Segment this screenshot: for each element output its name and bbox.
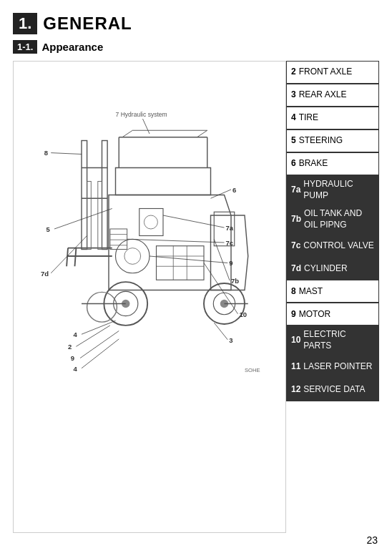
item-number-10: 10 bbox=[291, 335, 300, 346]
sidebar-item-7d[interactable]: 7d CYLINDER bbox=[286, 257, 379, 280]
sidebar-item-9[interactable]: 9 MOTOR bbox=[286, 303, 379, 326]
diagram-area: 7 Hydraulic system bbox=[13, 61, 286, 533]
title-number: 1. bbox=[13, 13, 37, 34]
item-label-8: MAST bbox=[299, 286, 323, 298]
callout-2: 2 bbox=[68, 343, 72, 351]
svg-rect-15 bbox=[157, 246, 205, 280]
callout-6: 6 bbox=[232, 186, 236, 194]
svg-point-30 bbox=[87, 292, 117, 322]
item-number-7c: 7c bbox=[291, 240, 300, 252]
item-number-6: 6 bbox=[291, 158, 296, 170]
sub-number: 1-1. bbox=[13, 40, 37, 54]
sidebar-item-3[interactable]: 3 REAR AXLE bbox=[286, 84, 379, 107]
callout-7c: 7c bbox=[225, 239, 233, 247]
sidebar-item-7a[interactable]: 7a HYDRAULIC PUMP bbox=[286, 175, 379, 205]
sidebar-item-12[interactable]: 12 SERVICE DATA bbox=[286, 378, 379, 401]
svg-line-0 bbox=[143, 119, 150, 134]
svg-line-52 bbox=[214, 323, 227, 340]
item-label-10: ELECTRIC PARTS bbox=[303, 329, 374, 351]
sidebar-item-7b[interactable]: 7b OIL TANK AND OIL PIPNG bbox=[286, 205, 379, 234]
svg-rect-34 bbox=[98, 182, 102, 250]
item-number-12: 12 bbox=[291, 384, 300, 396]
svg-line-53 bbox=[82, 339, 119, 368]
content-area: 7 Hydraulic system bbox=[13, 61, 379, 533]
sub-title-text: Appearance bbox=[41, 41, 103, 53]
svg-line-5 bbox=[67, 248, 68, 267]
svg-line-48 bbox=[82, 320, 116, 334]
item-label-9: MOTOR bbox=[299, 309, 330, 320]
callout-10: 10 bbox=[239, 310, 247, 318]
callout-7b: 7b bbox=[231, 277, 239, 285]
svg-rect-33 bbox=[87, 182, 92, 250]
item-label-5: STEERING bbox=[299, 135, 343, 147]
callout-7d: 7d bbox=[41, 270, 49, 278]
item-number-7d: 7d bbox=[291, 263, 301, 275]
callout-9b: 9 bbox=[71, 354, 74, 362]
svg-point-23 bbox=[144, 215, 157, 229]
item-number-8: 8 bbox=[291, 286, 296, 298]
item-number-5: 5 bbox=[291, 135, 296, 147]
sidebar-item-2[interactable]: 2 FRONT AXLE bbox=[286, 61, 379, 84]
svg-line-41 bbox=[54, 209, 112, 230]
item-label-7d: CYLINDER bbox=[304, 263, 348, 275]
item-label-7c: CONTROL VALVE bbox=[303, 240, 373, 252]
forklift-diagram: 7 Hydraulic system bbox=[14, 62, 285, 532]
item-number-3: 3 bbox=[291, 89, 296, 101]
svg-line-44 bbox=[163, 215, 225, 227]
sidebar: 2 FRONT AXLE 3 REAR AXLE 4 TIRE 5 STEERI… bbox=[286, 61, 379, 533]
svg-rect-1 bbox=[82, 141, 87, 250]
sidebar-item-7c[interactable]: 7c CONTROL VALVE bbox=[286, 234, 379, 257]
sidebar-item-8[interactable]: 8 MAST bbox=[286, 280, 379, 303]
sidebar-item-5[interactable]: 5 STEERING bbox=[286, 129, 379, 152]
item-number-2: 2 bbox=[291, 67, 296, 78]
sidebar-item-6[interactable]: 6 BRAKE bbox=[286, 152, 379, 175]
item-number-11: 11 bbox=[291, 361, 300, 373]
item-number-7b: 7b bbox=[291, 214, 301, 225]
item-number-4: 4 bbox=[291, 112, 296, 124]
sidebar-item-10[interactable]: 10 ELECTRIC PARTS bbox=[286, 326, 379, 355]
item-number-9: 9 bbox=[291, 309, 296, 320]
callout-5: 5 bbox=[46, 225, 51, 233]
svg-line-50 bbox=[204, 263, 238, 314]
forklift-mast bbox=[67, 141, 112, 267]
sidebar-item-11[interactable]: 11 LASER POINTER bbox=[286, 356, 379, 378]
sidebar-item-4[interactable]: 4 TIRE bbox=[286, 107, 379, 129]
sub-title-area: 1-1. Appearance bbox=[13, 40, 379, 54]
diagram-ref: SOHE bbox=[245, 367, 260, 373]
forklift-body bbox=[109, 130, 248, 290]
svg-rect-22 bbox=[139, 209, 163, 236]
svg-line-49 bbox=[76, 326, 109, 346]
svg-line-6 bbox=[75, 248, 77, 267]
callout-4b: 4 bbox=[74, 365, 78, 373]
item-number-7a: 7a bbox=[291, 185, 300, 196]
item-label-7b: OIL TANK AND OIL PIPNG bbox=[304, 208, 374, 230]
item-label-12: SERVICE DATA bbox=[303, 384, 365, 396]
item-label-2: FRONT AXLE bbox=[299, 67, 352, 78]
page-container: 1. GENERAL 1-1. Appearance 7 Hydraulic s… bbox=[0, 0, 392, 553]
page-number: 23 bbox=[366, 534, 378, 546]
callout-9: 9 bbox=[229, 259, 232, 267]
item-label-4: TIRE bbox=[299, 112, 318, 124]
item-label-11: LASER POINTER bbox=[303, 361, 372, 373]
svg-line-46 bbox=[51, 236, 87, 273]
callout-3: 3 bbox=[229, 336, 232, 344]
callout-7a: 7a bbox=[225, 224, 233, 232]
item-label-6: BRAKE bbox=[299, 158, 328, 170]
svg-line-42 bbox=[211, 190, 232, 198]
svg-line-40 bbox=[51, 153, 82, 155]
item-label-7a: HYDRAULIC PUMP bbox=[303, 179, 374, 201]
svg-line-13 bbox=[197, 130, 207, 137]
hydraulic-note: 7 Hydraulic system bbox=[116, 111, 167, 118]
callout-8: 8 bbox=[44, 149, 48, 157]
item-label-3: REAR AXLE bbox=[299, 89, 347, 101]
callout-4a: 4 bbox=[74, 331, 78, 338]
svg-line-45 bbox=[150, 256, 227, 263]
svg-line-12 bbox=[122, 130, 132, 137]
svg-point-20 bbox=[116, 239, 150, 273]
title-text: GENERAL bbox=[43, 14, 132, 34]
main-title-area: 1. GENERAL bbox=[13, 13, 379, 34]
svg-point-21 bbox=[124, 248, 141, 265]
svg-rect-2 bbox=[102, 141, 108, 250]
